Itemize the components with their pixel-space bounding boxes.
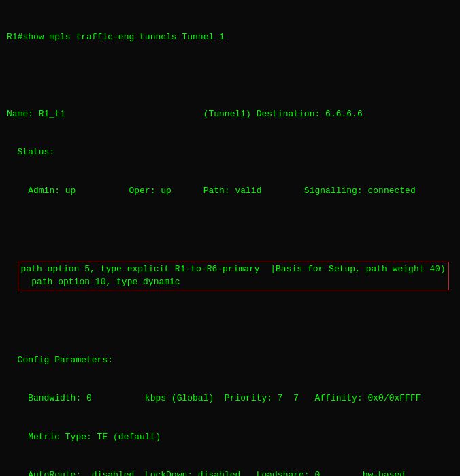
blank-line-2 [7,316,453,328]
config-params-header: Config Parameters: [7,354,453,367]
bandwidth-line: Bandwidth: 0 kbps (Global) Priority: 7 7… [7,392,453,405]
autoroute-line: AutoRoute: disabled LockDown: disabled L… [7,469,453,476]
prompt-line: R1#show mpls traffic-eng tunnels Tunnel … [7,31,453,44]
terminal: R1#show mpls traffic-eng tunnels Tunnel … [7,5,453,476]
path-option-container: path option 5, type explicit R1-to-R6-pr… [7,262,453,290]
blank-line-0 [7,69,453,82]
status-header: Status: [7,146,453,159]
name-line: Name: R1_t1 (Tunnel1) Destination: 6.6.6… [7,108,453,121]
metric-type-line: Metric Type: TE (default) [7,431,453,444]
blank-line-1 [7,223,453,236]
admin-oper-line: Admin: up Oper: up Path: valid Signallin… [7,185,453,198]
path-option-box: path option 5, type explicit R1-to-R6-pr… [18,262,449,290]
